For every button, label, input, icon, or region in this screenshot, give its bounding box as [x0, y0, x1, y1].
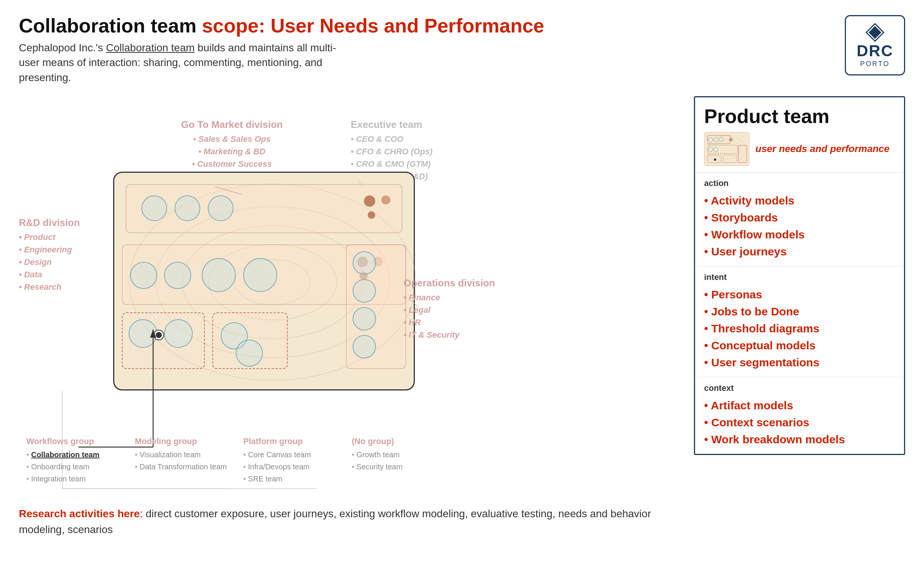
exec-item-3: CRO & CMO (GTM) [351, 158, 432, 170]
action-item-1: Activity models [704, 192, 895, 209]
modeling-group: Modeling group Visualization team Data T… [127, 436, 236, 485]
ops-item-3: HR [404, 316, 495, 328]
svg-rect-18 [705, 133, 749, 166]
platform-item-3: SRE team [243, 473, 337, 485]
section-action-label: action [704, 178, 895, 188]
right-col-box [346, 244, 406, 369]
context-item-3: Work breakdown models [704, 431, 895, 448]
header: Collaboration team scope: User Needs and… [19, 15, 905, 85]
panel-section-context: context Artifact models Context scenario… [695, 377, 904, 454]
section-intent-items: Personas Jobs to be Done Threshold diagr… [704, 286, 895, 371]
drc-logo: DRC PORTO [845, 15, 905, 76]
title-red: scope: User Needs and Performance [196, 15, 544, 36]
rnd-item-3: Design [19, 256, 80, 268]
gtm-division: Go To Market division Sales & Sales Ops … [181, 119, 283, 170]
circle-1 [142, 195, 167, 221]
platform-group: Platform group Core Canvas team Infra/De… [236, 436, 344, 485]
intent-item-1: Personas [704, 286, 895, 303]
rnd-items: Product Engineering Design Data Research [19, 231, 80, 293]
rnd-division: R&D division Product Engineering Design … [19, 217, 80, 293]
filled-circle-1 [364, 195, 375, 207]
workflows-item-2: Integration team [26, 473, 120, 485]
panel-subtitle: user needs and performance [756, 143, 889, 155]
section-intent-label: intent [704, 272, 895, 282]
rnd-item-4: Data [19, 268, 80, 281]
rnd-title: R&D division [19, 217, 80, 228]
panel-title: Product team [704, 105, 895, 127]
action-item-4: User journeys [704, 243, 895, 260]
ops-items: Finance Legal HR IT & Security [404, 291, 495, 341]
ops-item-1: Finance [404, 291, 495, 304]
diagram-area: Go To Market division Sales & Sales Ops … [19, 96, 679, 549]
circle-m2 [164, 262, 191, 289]
action-item-2: Storyboards [704, 209, 895, 226]
nogroup-items: Growth team Security team [352, 449, 446, 473]
workflows-group: Workflows group Collaboration team Onboa… [19, 436, 127, 485]
context-item-2: Context scenarios [704, 414, 895, 431]
circle-r3 [353, 307, 376, 330]
gtm-item-3: Customer Success [181, 158, 283, 170]
research-footer: Research activities here: direct custome… [19, 506, 679, 538]
ops-division: Operations division Finance Legal HR IT … [404, 277, 495, 341]
logo-diamond-icon [866, 23, 884, 42]
svg-point-32 [714, 158, 716, 161]
subtitle: Cephalopod Inc.'s Collaboration team bui… [19, 40, 343, 85]
modeling-item-1: Visualization team [135, 449, 229, 461]
gtm-item-1: Sales & Sales Ops [181, 133, 283, 145]
panel-thumbnail-row: user needs and performance [704, 132, 895, 166]
exec-item-2: CFO & CHRO (Ops) [351, 145, 432, 158]
subtitle-pre: Cephalopod Inc.'s [19, 42, 106, 54]
circle-m1 [130, 262, 157, 289]
groups-row: Workflows group Collaboration team Onboa… [19, 436, 452, 485]
circle-bl1 [129, 319, 157, 348]
modeling-items: Visualization team Data Transformation t… [135, 449, 229, 473]
ops-item-4: IT & Security [404, 328, 495, 341]
header-left: Collaboration team scope: User Needs and… [19, 15, 544, 85]
nogroup-group: (No group) Growth team Security team [344, 436, 453, 485]
right-panel: Product team [694, 96, 905, 455]
section-context-items: Artifact models Context scenarios Work b… [704, 397, 895, 448]
circle-bl2 [164, 319, 193, 348]
section-action-items: Activity models Storyboards Workflow mod… [704, 192, 895, 260]
bottom-left-box [122, 312, 205, 369]
rnd-item-5: Research [19, 281, 80, 293]
gtm-items: Sales & Sales Ops Marketing & BD Custome… [181, 133, 283, 170]
circle-r2 [353, 279, 376, 302]
filled-circle-2 [368, 211, 375, 219]
workflows-item-1: Onboarding team [26, 461, 120, 473]
main-diagram [113, 172, 415, 391]
svg-point-29 [729, 138, 733, 142]
panel-thumbnail [704, 132, 749, 166]
gtm-item-2: Marketing & BD [181, 145, 283, 158]
thumbnail-svg [705, 132, 749, 166]
workflows-item-collab: Collaboration team [26, 449, 120, 461]
exec-title: Executive team [351, 119, 422, 130]
context-item-1: Artifact models [704, 397, 895, 414]
main-content: Go To Market division Sales & Sales Ops … [19, 96, 905, 549]
page-container: Collaboration team scope: User Needs and… [0, 0, 924, 581]
intent-item-3: Threshold diagrams [704, 320, 895, 337]
platform-items: Core Canvas team Infra/Devops team SRE t… [243, 449, 337, 485]
filled-circle-3 [381, 195, 390, 205]
collaboration-team-dot [154, 330, 163, 340]
circle-r1 [353, 251, 376, 275]
platform-group-title: Platform group [243, 436, 337, 446]
workflows-items: Collaboration team Onboarding team Integ… [26, 449, 120, 485]
circle-m4 [243, 258, 277, 292]
platform-item-2: Infra/Devops team [243, 461, 337, 473]
ops-title: Operations division [404, 277, 495, 289]
bottom-right-box [212, 312, 288, 369]
research-bold: Research activities here [19, 508, 140, 520]
section-context-label: context [704, 383, 895, 393]
nogroup-item-1: Growth team [352, 449, 446, 461]
workflows-group-title: Workflows group [26, 436, 120, 446]
nogroup-title: (No group) [352, 436, 446, 446]
circle-br2 [236, 340, 263, 367]
ops-item-2: Legal [404, 304, 495, 316]
title-black: Collaboration team [19, 15, 196, 36]
circle-r4 [353, 335, 376, 358]
intent-item-4: Conceptual models [704, 337, 895, 354]
rnd-item-2: Engineering [19, 243, 80, 256]
panel-header: Product team [695, 97, 904, 172]
modeling-group-title: Modeling group [135, 436, 229, 446]
